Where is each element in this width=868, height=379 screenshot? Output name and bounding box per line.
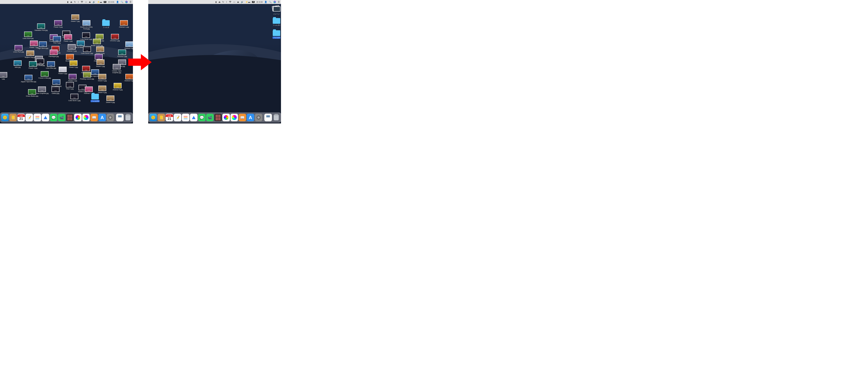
- desktop-file[interactable]: Desert 4.jpg: [94, 74, 111, 82]
- dock-notes[interactable]: 📝: [174, 114, 181, 121]
- dock-photos[interactable]: [74, 114, 82, 121]
- dock-messages[interactable]: 💬: [50, 114, 58, 121]
- desktop-file[interactable]: Abstract 8.jpg: [109, 83, 126, 91]
- desktop-file[interactable]: Hawaiian Print.jpg: [32, 23, 50, 31]
- dock-trash[interactable]: [273, 114, 280, 121]
- dock-facetime[interactable]: 📹: [58, 114, 66, 121]
- notification-center-icon[interactable]: ☰: [129, 1, 131, 3]
- icon-label: Grass Blades.jpg: [26, 95, 38, 97]
- dock-appstore[interactable]: A: [98, 114, 106, 121]
- timemachine-icon[interactable]: ↻: [74, 1, 76, 3]
- dock-photos[interactable]: [222, 114, 230, 121]
- menubar-clock[interactable]: 水 0:31: [108, 1, 114, 3]
- bluetooth-icon[interactable]: ᚼ: [78, 1, 79, 3]
- dock-ibooks[interactable]: 📖: [239, 114, 246, 121]
- notification-center-icon[interactable]: ☰: [278, 1, 280, 3]
- desktop-file[interactable]: Chroma 1.jpg: [106, 34, 124, 41]
- display-icon[interactable]: ▭: [85, 1, 87, 3]
- desktop-file[interactable]: Abstract 4.jpg: [63, 44, 80, 52]
- dock-finder[interactable]: 🙂: [150, 114, 157, 121]
- wifi-icon[interactable]: [81, 1, 83, 3]
- volume-icon[interactable]: 🔊: [93, 1, 95, 3]
- desktop-file[interactable]: Isles.jpg: [9, 60, 26, 68]
- desktop-file[interactable]: Jaguar Aqua Blue.jpg: [20, 75, 37, 83]
- dock-appstore[interactable]: A: [247, 114, 254, 121]
- dock-itunes[interactable]: [230, 114, 238, 121]
- desktop-file[interactable]: Desert 2.jpg: [92, 47, 109, 54]
- image-thumbnail: [85, 87, 93, 92]
- desktop-file[interactable]: Forest in Mist.jpg: [36, 71, 53, 79]
- desktop-file[interactable]: t.jpg: [0, 72, 12, 80]
- dock-facetime[interactable]: 📹: [206, 114, 214, 121]
- desktop-file[interactable]: Flower 2.jpg: [24, 61, 41, 69]
- dock-reminders[interactable]: [34, 114, 41, 121]
- eject-icon[interactable]: ⏏: [218, 1, 220, 3]
- dock-calendar[interactable]: 11月21: [18, 114, 25, 121]
- desktop-file[interactable]: Galaxy.jpg: [47, 87, 64, 94]
- dock-reminders[interactable]: [182, 114, 189, 121]
- dock-recent-doc[interactable]: [265, 114, 272, 121]
- dock-photobooth[interactable]: [66, 114, 74, 121]
- battery-icon[interactable]: ▮: [215, 1, 217, 3]
- display-icon[interactable]: ▭: [233, 1, 235, 3]
- menubar-clock[interactable]: 水 0:33: [256, 1, 262, 3]
- desktop-file[interactable]: Abstract 1.jpg: [115, 20, 132, 28]
- dock-recent-doc[interactable]: [116, 114, 124, 121]
- battery-charging-icon[interactable]: ⚡▬: [97, 1, 102, 3]
- spotlight-icon[interactable]: 🔍: [121, 1, 123, 3]
- user-icon[interactable]: 👤: [265, 1, 267, 3]
- siri-icon[interactable]: [273, 1, 276, 3]
- battery-charging-icon[interactable]: ⚡▬: [245, 1, 250, 3]
- desktop-file[interactable]: Lines Moss.jpg: [20, 32, 37, 39]
- dock-photobooth[interactable]: [214, 114, 222, 121]
- desktop-file[interactable]: Flamingos.jpg: [45, 50, 62, 57]
- timemachine-icon[interactable]: ↻: [222, 1, 224, 3]
- dock-messages[interactable]: 💬: [198, 114, 206, 121]
- desktop-folder[interactable]: フォルダ: [268, 30, 281, 39]
- siri-icon[interactable]: [125, 1, 128, 3]
- desktop-file[interactable]: Abstract 6.jpg: [121, 74, 133, 82]
- desktop-file[interactable]: Flower 8.jpg: [50, 20, 67, 28]
- user-icon[interactable]: 👤: [116, 1, 119, 3]
- image-thumbnail: [28, 89, 36, 95]
- image-thumbnail: [25, 75, 32, 80]
- dock-ibooks[interactable]: 📖: [90, 114, 98, 121]
- dock-calendar[interactable]: 11月21: [166, 114, 173, 121]
- dock-itunes[interactable]: [82, 114, 90, 121]
- desktop-file[interactable]: Flower 4.jpg: [64, 74, 81, 82]
- icon-label: Jaguar Aqua Blue.jpg: [21, 81, 36, 83]
- desktop-file[interactable]: Flower 6.jpg: [54, 67, 71, 75]
- desktop-folder[interactable]: フォルダ2: [268, 18, 281, 26]
- desktop-folder[interactable]: フォルダ: [97, 20, 115, 28]
- dock-maps[interactable]: [190, 114, 197, 121]
- dock-system-preferences[interactable]: [255, 114, 262, 121]
- dock-system-preferences[interactable]: [106, 114, 114, 121]
- volume-icon[interactable]: 🔊: [241, 1, 244, 3]
- desktop-file[interactable]: Desert 5.jpg: [94, 86, 111, 93]
- dock-maps[interactable]: [42, 114, 49, 121]
- ime-indicator[interactable]: A: [104, 1, 106, 3]
- desktop-file[interactable]: Classic Aqua Graphite.jpg: [108, 64, 125, 74]
- dock-trash[interactable]: [124, 114, 132, 121]
- desktop-folder[interactable]: フォルダ2: [87, 94, 104, 102]
- bluetooth-icon[interactable]: ᚼ: [226, 1, 227, 3]
- battery-icon[interactable]: ▮: [67, 1, 68, 3]
- dock-contacts[interactable]: 📒: [158, 114, 165, 121]
- desktop-file[interactable]: Grass Blades.jpg: [23, 89, 41, 97]
- dock-contacts[interactable]: 📒: [9, 114, 17, 121]
- eject-icon[interactable]: ⏏: [89, 1, 91, 3]
- desktop-stack[interactable]: イメージ: [268, 6, 281, 15]
- desktop-file[interactable]: Abstract 3.jpg: [121, 41, 133, 49]
- dock-finder[interactable]: 🙂: [1, 114, 9, 121]
- eject-icon[interactable]: ⏏: [70, 1, 72, 3]
- ime-indicator[interactable]: A: [252, 1, 254, 3]
- dock-notes[interactable]: 📝: [26, 114, 33, 121]
- icon-label: Color Burst 1.jpg: [68, 100, 80, 101]
- desktop-file[interactable]: Bristle Grass.jpg: [88, 39, 105, 47]
- wifi-icon[interactable]: [229, 1, 231, 3]
- spotlight-icon[interactable]: 🔍: [269, 1, 272, 3]
- eject-icon[interactable]: ⏏: [237, 1, 239, 3]
- desktop-file[interactable]: Ducks on a Misty Pond.jpg: [78, 20, 95, 30]
- desktop-file[interactable]: Color Burst 1.jpg: [66, 94, 83, 101]
- desktop-file[interactable]: Desert 6.jpg: [102, 95, 119, 103]
